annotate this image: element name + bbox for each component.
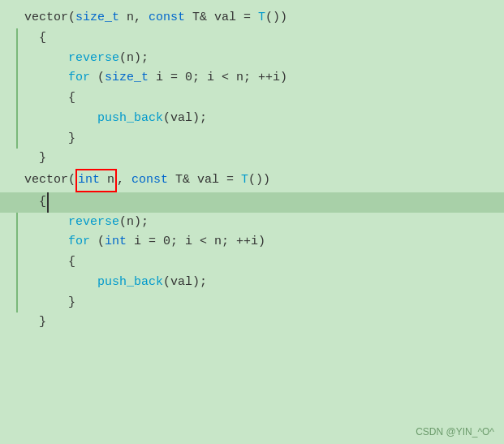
type-size_t2: size_t <box>105 68 149 88</box>
text: { <box>24 88 75 109</box>
text: { <box>24 252 75 273</box>
text: n <box>100 173 114 187</box>
func-T2: T <box>241 170 248 191</box>
func-T: T <box>258 8 265 28</box>
kw-for2: for <box>68 232 90 252</box>
text <box>24 49 68 69</box>
text: (val); <box>163 109 207 129</box>
func-reverse: reverse <box>68 49 119 69</box>
text: ()) <box>265 8 287 28</box>
text: n, <box>119 8 149 28</box>
cursor <box>47 192 56 213</box>
kw-const2: const <box>131 170 168 191</box>
type-int2: int <box>105 232 127 252</box>
text: ()) <box>248 170 270 191</box>
code-line-4: for (size_t i = 0; i < n; ++i) <box>0 68 504 88</box>
text: vector( <box>24 170 75 191</box>
code-line-3: reverse(n); <box>0 49 504 69</box>
text: } <box>24 293 75 313</box>
code-line-9: vector(int n, const T& val = T()) <box>0 169 504 192</box>
text: } <box>24 313 46 333</box>
func-reverse2: reverse <box>68 213 119 233</box>
code-line-13: { <box>0 252 504 273</box>
text: { <box>24 192 46 213</box>
type-size_t: size_t <box>75 8 119 28</box>
text: } <box>24 129 75 149</box>
highlighted-int-n: int n <box>75 169 117 192</box>
text <box>24 213 68 233</box>
kw-for: for <box>68 68 90 88</box>
func-push_back: push_back <box>97 109 163 129</box>
text: ( <box>90 68 105 88</box>
watermark: CSDN @YIN_^O^ <box>416 426 494 438</box>
code-line-15: } <box>0 293 504 313</box>
code-line-12: for (int i = 0; i < n; ++i) <box>0 232 504 252</box>
code-line-1: vector(size_t n, const T& val = T()) <box>0 8 504 28</box>
code-line-16: } <box>0 313 504 333</box>
code-line-2: { <box>0 28 504 49</box>
text: i = 0; i < n; ++i) <box>127 232 265 252</box>
code-line-11: reverse(n); <box>0 213 504 233</box>
text <box>24 232 68 252</box>
func-push_back2: push_back <box>97 273 163 293</box>
code-line-10: { <box>0 192 504 213</box>
text <box>24 109 97 129</box>
text: i = 0; i < n; ++i) <box>149 68 287 88</box>
code-line-7: } <box>0 129 504 149</box>
text: vector( <box>24 8 75 28</box>
text: } <box>24 149 46 169</box>
text: T& val = <box>185 8 258 28</box>
code-line-6: push_back(val); <box>0 109 504 129</box>
text: (n); <box>119 49 149 69</box>
text: ( <box>90 232 105 252</box>
text: , <box>117 170 131 191</box>
text: { <box>24 28 46 49</box>
text: (val); <box>163 273 207 293</box>
text <box>24 273 97 293</box>
code-container: vector(size_t n, const T& val = T()) { r… <box>0 0 504 444</box>
code-line-14: push_back(val); <box>0 273 504 293</box>
text: (n); <box>119 213 149 233</box>
code-line-8: } <box>0 149 504 169</box>
kw-const: const <box>149 8 185 28</box>
code-line-5: { <box>0 88 504 109</box>
type-int: int <box>78 173 100 187</box>
text <box>24 68 68 88</box>
text: T& val = <box>168 170 241 191</box>
